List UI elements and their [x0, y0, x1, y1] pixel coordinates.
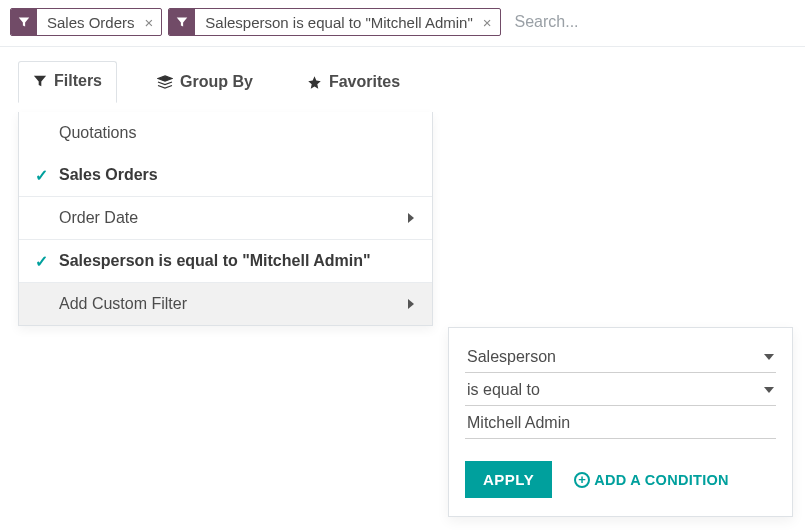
value-input-text: Mitchell Admin [467, 414, 570, 431]
add-custom-filter[interactable]: Add Custom Filter [19, 283, 432, 325]
apply-button[interactable]: APPLY [465, 461, 552, 498]
tab-groupby[interactable]: Group By [143, 63, 267, 103]
tab-favorites[interactable]: Favorites [293, 63, 414, 103]
operator-select-value: is equal to [467, 381, 540, 399]
funnel-icon [169, 9, 195, 35]
check-icon: ✓ [35, 166, 48, 185]
value-input[interactable]: Mitchell Admin [465, 410, 776, 439]
filter-option-label: Order Date [59, 209, 138, 227]
filter-facet-salesperson[interactable]: Salesperson is equal to "Mitchell Admin"… [168, 8, 500, 36]
filter-facet-sales-orders[interactable]: Sales Orders × [10, 8, 162, 36]
facet-label: Salesperson is equal to "Mitchell Admin" [195, 14, 480, 31]
tab-filters[interactable]: Filters [18, 61, 117, 103]
filter-option-label: Salesperson is equal to "Mitchell Admin" [59, 252, 371, 269]
tab-label: Filters [54, 72, 102, 90]
search-input[interactable] [507, 9, 795, 35]
operator-select[interactable]: is equal to [465, 377, 776, 406]
close-icon[interactable]: × [481, 14, 500, 31]
filter-option-quotations[interactable]: Quotations [19, 112, 432, 154]
field-select-value: Salesperson [467, 348, 556, 366]
chevron-down-icon [764, 387, 774, 393]
filter-option-custom-salesperson[interactable]: ✓ Salesperson is equal to "Mitchell Admi… [19, 240, 432, 282]
chevron-right-icon [408, 299, 414, 309]
plus-circle-icon: + [574, 472, 590, 488]
funnel-icon [33, 74, 47, 88]
star-icon [307, 75, 322, 90]
chevron-right-icon [408, 213, 414, 223]
tab-label: Group By [180, 73, 253, 91]
filter-option-label: Add Custom Filter [59, 295, 187, 313]
filter-option-order-date[interactable]: Order Date [19, 197, 432, 239]
field-select[interactable]: Salesperson [465, 344, 776, 373]
filter-option-label: Quotations [59, 124, 136, 141]
add-condition-button[interactable]: + ADD A CONDITION [574, 472, 729, 488]
check-icon: ✓ [35, 252, 48, 271]
funnel-icon [11, 9, 37, 35]
search-bar: Sales Orders × Salesperson is equal to "… [0, 0, 805, 47]
add-condition-label: ADD A CONDITION [594, 472, 729, 488]
filter-option-sales-orders[interactable]: ✓ Sales Orders [19, 154, 432, 196]
filters-dropdown: Quotations ✓ Sales Orders Order Date ✓ S… [18, 112, 433, 326]
facet-label: Sales Orders [37, 14, 143, 31]
chevron-down-icon [764, 354, 774, 360]
custom-filter-panel: Salesperson is equal to Mitchell Admin A… [448, 327, 793, 517]
tab-label: Favorites [329, 73, 400, 91]
layers-icon [157, 75, 173, 89]
filter-tabs: Filters Group By Favorites [0, 47, 805, 103]
close-icon[interactable]: × [143, 14, 162, 31]
filter-option-label: Sales Orders [59, 166, 158, 183]
custom-filter-actions: APPLY + ADD A CONDITION [465, 461, 776, 498]
